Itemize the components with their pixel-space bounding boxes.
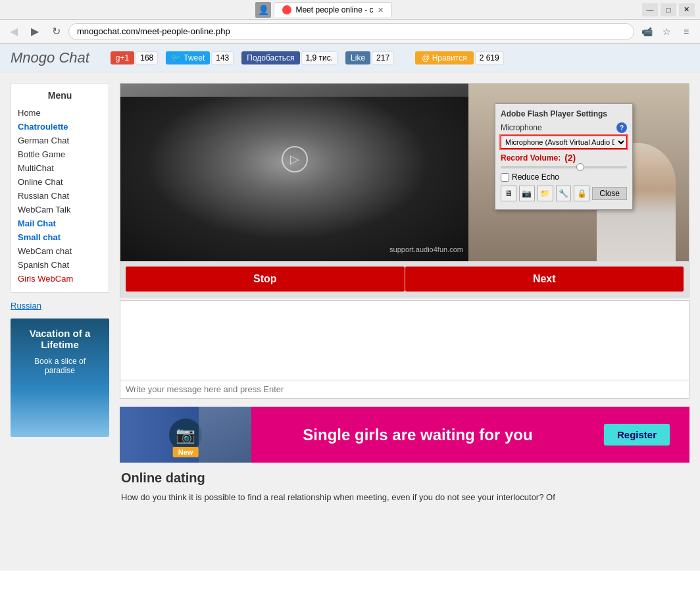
chat-area [120,300,689,399]
tab-favicon [282,5,291,14]
flash-dialog: Adobe Flash Player Settings Microphone ?… [495,103,633,210]
bookmark-icon-btn[interactable]: ☆ [658,23,675,40]
online-dating-text: How do you think it is possible to find … [121,491,688,504]
vacation-subtitle: Book a slice of paradise [20,357,100,375]
flash-help-icon[interactable]: ? [616,122,627,133]
gplus-button[interactable]: g+1 [111,51,134,64]
site-header: Mnogo Chat g+1 168 🐦 Tweet 143 Подобасть… [0,44,700,72]
sidebar-item-webcam-talk[interactable]: WebCam Talk [18,203,102,217]
nravitsya-label: Нравится [432,53,467,63]
browser-tab[interactable]: Meet people online - c ✕ [274,2,391,17]
video-area: ▷ support.audio4fun.com [120,83,689,297]
forward-button[interactable]: ▶ [26,23,43,40]
sidebar-item-german-chat[interactable]: German Chat [18,134,102,147]
sidebar-item-spanish-chat[interactable]: Spanish Chat [18,258,102,272]
nravitsya-button[interactable]: @ Нравится [415,51,473,64]
banner-cam-icon: 📷 [169,419,202,451]
back-button[interactable]: ◀ [5,23,22,40]
chat-input-bar [120,380,689,398]
flash-reduce-echo-label: Reduce Echo [512,172,559,182]
tab-close-icon[interactable]: ✕ [378,6,384,14]
fb-button[interactable]: Подобасться [241,51,299,64]
stop-button[interactable]: Stop [126,267,405,292]
sidebar-item-russian-chat[interactable]: Russian Chat [18,189,102,203]
nravitsya-group: @ Нравится 2 619 [415,51,504,64]
sidebar-menu-box: Menu Home Chatroulette German Chat Bottl… [11,83,109,293]
banner-text: Single girls are waiting for you [303,426,532,444]
sidebar-item-multichat[interactable]: MultiChat [18,161,102,175]
sidebar-item-mail-chat[interactable]: Mail Chat [18,217,102,230]
sidebar-item-chatroulette[interactable]: Chatroulette [18,120,102,134]
sidebar-item-bottle-game[interactable]: Bottle Game [18,147,102,161]
main-layout: Menu Home Chatroulette German Chat Bottl… [0,72,700,515]
flash-reduce-echo-checkbox[interactable] [501,173,509,182]
chat-input[interactable] [126,384,684,394]
profile-icon: 👤 [255,2,271,18]
sidebar-item-home[interactable]: Home [18,106,102,120]
nav-icons: 📹 ☆ ≡ [638,23,695,40]
browser-titlebar: 👤 Meet people online - c ✕ — □ ✕ [0,0,700,20]
address-bar[interactable] [68,23,634,40]
video-right: Adobe Flash Player Settings Microphone ?… [468,84,689,261]
window-controls: — □ ✕ [642,3,695,16]
flash-record-label: Record Volume: (2) [501,153,627,163]
video-panels: ▷ support.audio4fun.com [120,84,689,261]
banner-center: Single girls are waiting for you [251,407,584,463]
browser-chrome: 👤 Meet people online - c ✕ — □ ✕ ◀ ▶ ↻ 📹… [0,0,700,44]
online-dating-section: Online dating How do you think it is pos… [120,471,689,504]
gplus-label: g+1 [116,53,129,63]
flash-icon-folder[interactable]: 📁 [538,186,553,201]
sidebar-item-small-chat[interactable]: Small chat [18,230,102,244]
flash-microphone-label: Microphone ? [501,122,627,133]
sidebar-item-online-chat[interactable]: Online Chat [18,175,102,189]
tweet-icon: 🐦 [171,53,181,63]
menu-button[interactable]: ≡ [678,23,695,40]
nravitsya-count: 2 619 [475,51,504,64]
register-button[interactable]: Register [604,424,670,446]
video-icon-btn[interactable]: 📹 [638,23,655,40]
lang-link[interactable]: Russian [11,301,41,311]
fb-group: Подобасться 1,9 тис. [241,51,338,64]
video-left: ▷ support.audio4fun.com [120,84,468,261]
flash-icon-privacy[interactable]: 🔒 [574,186,589,201]
flash-close-button[interactable]: Close [592,187,627,200]
play-icon: ▷ [282,146,308,172]
minimize-button[interactable]: — [642,3,658,16]
vk-button[interactable]: Like [345,51,370,64]
banner-new-badge: New [173,447,199,457]
flash-reduce-echo-row: Reduce Echo [501,172,627,182]
banner-left: 📷 New [120,407,251,463]
sidebar-item-webcam-chat[interactable]: WebCam chat [18,244,102,258]
tweet-group: 🐦 Tweet 143 [166,51,234,64]
gplus-group: g+1 168 [111,51,158,64]
maximize-button[interactable]: □ [661,3,676,16]
tweet-count: 143 [211,51,234,64]
next-button[interactable]: Next [405,267,684,292]
flash-slider-thumb[interactable] [576,163,584,171]
banner-ad[interactable]: 📷 New Single girls are waiting for you R… [120,407,689,463]
close-window-button[interactable]: ✕ [679,3,695,16]
gplus-count: 168 [136,51,158,64]
flash-microphone-select[interactable]: Microphone (Avsoft Virtual Audio De▼ [501,136,627,149]
control-buttons: Stop Next [120,261,689,297]
vk-label: Like [351,53,365,63]
vacation-ad[interactable]: Vacation of a Lifetime Book a slice of p… [11,319,109,437]
tweet-label: Tweet [184,53,205,63]
reload-button[interactable]: ↻ [47,23,64,40]
flash-icon-mic[interactable]: 🔧 [556,186,572,201]
flash-record-number: (2) [564,153,576,163]
sidebar-item-girls-webcam[interactable]: Girls WebCam [18,272,102,286]
sidebar-lang: Russian [11,301,109,311]
video-watermark: support.audio4fun.com [389,245,463,253]
flash-icon-camera[interactable]: 📷 [519,186,535,201]
online-dating-heading: Online dating [121,471,688,486]
flash-slider-track[interactable] [501,166,627,168]
tweet-button[interactable]: 🐦 Tweet [166,51,210,64]
fb-count: 1,9 тис. [301,51,338,64]
flash-dialog-title: Adobe Flash Player Settings [501,109,627,118]
fb-label: Подобасться [247,53,294,63]
browser-navbar: ◀ ▶ ↻ 📹 ☆ ≡ [0,20,700,43]
vk-count: 217 [372,51,394,64]
vacation-title: Vacation of a Lifetime [20,328,100,350]
flash-icon-display[interactable]: 🖥 [501,186,516,201]
